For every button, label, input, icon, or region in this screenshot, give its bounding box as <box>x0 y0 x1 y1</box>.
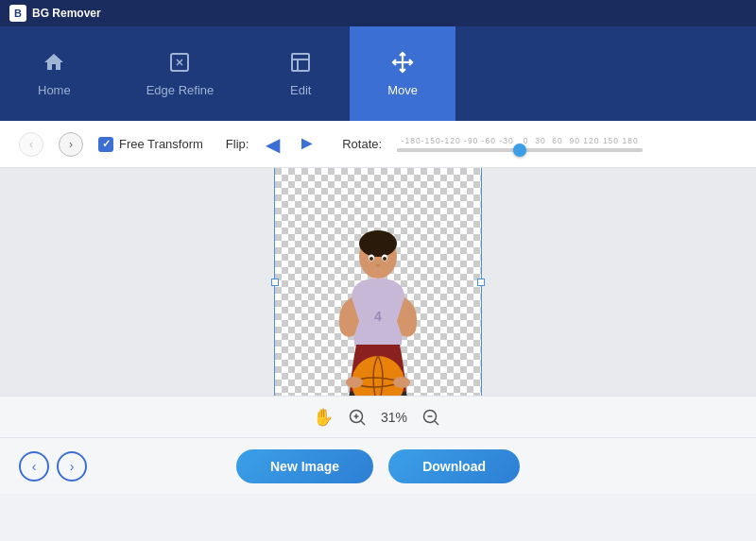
forward-icon: › <box>69 138 73 151</box>
next-icon: › <box>70 459 75 474</box>
flip-vertical-button[interactable]: ▲ <box>298 135 319 154</box>
image-frame[interactable]: 4 <box>274 168 482 396</box>
next-button[interactable]: › <box>57 451 87 482</box>
hand-tool-button[interactable]: ✋ <box>313 407 334 428</box>
nav-label-edit: Edit <box>290 83 311 97</box>
action-buttons: New Image Download <box>0 449 756 483</box>
move-icon <box>391 51 414 77</box>
prev-icon: ‹ <box>32 459 37 474</box>
nav-label-move: Move <box>387 83 418 97</box>
forward-button[interactable]: › <box>59 132 83 157</box>
action-bar: ‹ › New Image Download <box>0 437 756 494</box>
person-image: 4 <box>275 168 481 396</box>
flip-label: Flip: <box>226 137 249 151</box>
flip-horizontal-button[interactable]: ◀ <box>266 133 280 156</box>
svg-point-8 <box>359 230 397 257</box>
zoom-in-button[interactable] <box>345 405 369 430</box>
main-content: ‹ › Free Transform Flip: ◀ ▲ Rotate: -18… <box>0 121 756 494</box>
nav-item-home[interactable]: Home <box>0 26 109 121</box>
back-button[interactable]: ‹ <box>19 132 43 157</box>
transform-handle-mr[interactable] <box>477 279 485 286</box>
rotate-slider-container: -180-150-120 -90 -60 -30 0 30 60 90 120 … <box>397 136 643 152</box>
zoom-bar: ✋ 31% <box>0 396 756 437</box>
zoom-out-button[interactable] <box>419 405 443 430</box>
download-button[interactable]: Download <box>388 449 520 483</box>
svg-point-12 <box>383 257 387 261</box>
nav-item-edit[interactable]: Edit <box>251 26 350 121</box>
person-svg: 4 <box>317 189 439 396</box>
free-transform-group: Free Transform <box>98 137 203 152</box>
new-image-button[interactable]: New Image <box>236 449 373 483</box>
canvas-area: 4 <box>0 168 756 396</box>
nav-label-edge-refine: Edge Refine <box>146 83 215 97</box>
nav-arrows: ‹ › <box>19 451 87 482</box>
svg-line-18 <box>361 421 365 425</box>
svg-text:4: 4 <box>374 309 382 324</box>
nav-item-edge-refine[interactable]: Edge Refine <box>109 26 252 121</box>
svg-point-16 <box>393 377 410 388</box>
svg-point-15 <box>346 377 363 388</box>
nav-label-home: Home <box>38 83 71 97</box>
rotate-label: Rotate: <box>342 137 382 151</box>
free-transform-checkbox[interactable] <box>98 137 113 152</box>
app-icon: B <box>9 5 26 22</box>
edit-icon <box>289 51 312 77</box>
svg-rect-1 <box>292 54 309 71</box>
rotate-thumb[interactable] <box>513 144 526 157</box>
edge-refine-icon <box>168 51 191 77</box>
prev-button[interactable]: ‹ <box>19 451 49 482</box>
rotate-slider[interactable] <box>397 148 643 152</box>
zoom-percent: 31% <box>381 410 407 425</box>
transform-handle-ml[interactable] <box>271 279 279 286</box>
nav-item-move[interactable]: Move <box>350 26 455 121</box>
app-title: BG Remover <box>32 7 101 20</box>
nav-bar: Home Edge Refine Edit <box>0 26 756 121</box>
free-transform-label: Free Transform <box>119 137 203 151</box>
svg-point-11 <box>369 257 373 261</box>
titlebar: B BG Remover <box>0 0 756 26</box>
home-icon <box>43 51 65 77</box>
back-icon: ‹ <box>29 138 33 151</box>
toolbar: ‹ › Free Transform Flip: ◀ ▲ Rotate: -18… <box>0 121 756 168</box>
svg-line-22 <box>435 421 438 425</box>
